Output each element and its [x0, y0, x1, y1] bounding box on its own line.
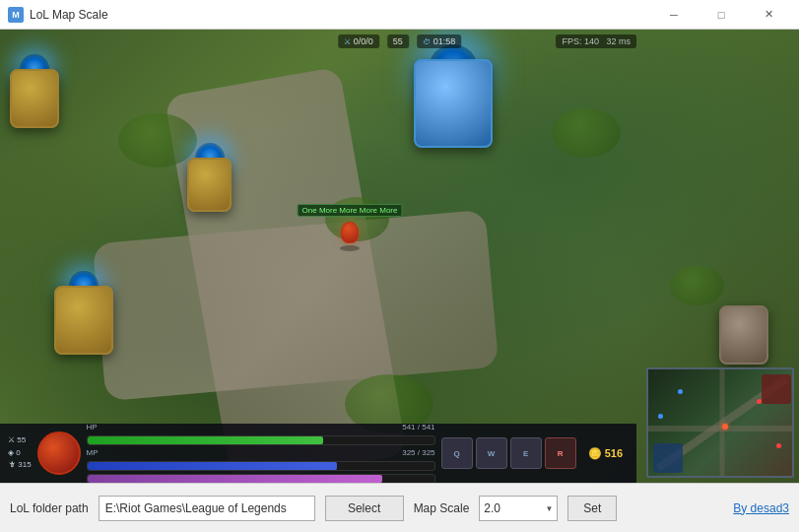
- mp-bar-fill: [88, 462, 337, 470]
- tower-4-crystal: [414, 59, 493, 148]
- credit-link[interactable]: By desad3: [733, 501, 789, 515]
- mp-label: MP: [87, 448, 99, 457]
- xp-bar: [87, 474, 435, 483]
- skill-r[interactable]: R: [545, 437, 576, 469]
- cs-stat: ⚔ 55: [8, 434, 32, 447]
- tower-2: [10, 69, 59, 128]
- hp-label: HP: [87, 423, 98, 432]
- scale-select[interactable]: 1.0 1.5 2.0 2.5 3.0: [479, 496, 558, 521]
- hp-bar: [87, 435, 435, 445]
- title-bar: M LoL Map Scale ─ □ ✕: [0, 0, 799, 30]
- skill-q[interactable]: Q: [441, 437, 473, 469]
- window-title: LoL Map Scale: [30, 8, 108, 22]
- hp-bar-fill: [88, 436, 323, 444]
- sword-icon: ⚔: [344, 37, 351, 46]
- kills-stat: 🗡 315: [8, 459, 32, 472]
- skill-e[interactable]: E: [510, 437, 542, 469]
- app-icon: M: [8, 7, 24, 23]
- character-shadow: [340, 245, 360, 251]
- minimap[interactable]: [646, 367, 794, 478]
- fps-value: FPS: 140: [562, 36, 599, 46]
- tower-4-base: [414, 59, 493, 148]
- hud-stats-text: ⚔ 55 ◈ 0 🗡 315: [8, 434, 32, 472]
- xp-bar-fill: [88, 475, 382, 483]
- hud-top: ⚔ 0/0/0 55 ⏱ 01:58: [338, 34, 462, 48]
- score-value: 0/0/0: [354, 36, 373, 46]
- mp-bar: [87, 461, 435, 471]
- cs-value: 55: [393, 36, 403, 46]
- close-button[interactable]: ✕: [746, 0, 791, 30]
- hud-stat-score: ⚔ 0/0/0: [338, 34, 379, 48]
- set-button[interactable]: Set: [567, 496, 617, 521]
- minimap-blue-1: [678, 389, 683, 394]
- minimap-player: [722, 424, 728, 430]
- minimize-button[interactable]: ─: [651, 0, 697, 30]
- minimap-paths-svg: [648, 369, 792, 476]
- character-body: [341, 222, 359, 243]
- player-character: One More More More More: [335, 222, 365, 261]
- map-scale-label: Map Scale: [414, 501, 470, 515]
- ms-value: 32 ms: [606, 36, 631, 46]
- mp-bar-label: MP 325 / 325: [87, 448, 435, 457]
- hud-gold: 🪙 516: [582, 447, 629, 460]
- game-view: One More More More More ⚔ 0/0/0 55 ⏱ 01:…: [0, 30, 799, 483]
- hud-stat-cs: 55: [387, 34, 409, 48]
- hp-value: 541 / 541: [402, 423, 434, 432]
- folder-path-input[interactable]: [99, 496, 315, 521]
- mp-value: 325 / 325: [402, 448, 434, 457]
- gp10-stat: ◈ 0: [8, 447, 32, 460]
- tower-1: [54, 286, 113, 355]
- bush-4: [552, 108, 621, 158]
- tower-5-base: [719, 305, 768, 365]
- svg-rect-3: [653, 443, 683, 473]
- hud-skills: Q W E R: [441, 437, 576, 469]
- tower-3-base: [187, 158, 232, 212]
- tower-2-base: [10, 69, 59, 128]
- folder-path-label: LoL folder path: [10, 501, 89, 515]
- scale-select-wrapper: 1.0 1.5 2.0 2.5 3.0: [479, 496, 558, 521]
- hud-bars: HP 541 / 541 MP 325 / 325: [87, 423, 435, 483]
- title-bar-left: M LoL Map Scale: [8, 7, 108, 23]
- tower-3: [187, 158, 232, 212]
- timer-value: 01:58: [433, 36, 456, 46]
- title-bar-controls: ─ □ ✕: [651, 0, 791, 30]
- skill-w[interactable]: W: [476, 437, 507, 469]
- bush-1: [118, 113, 197, 167]
- tower-1-base: [54, 286, 113, 355]
- hud-fps: FPS: 140 32 ms: [556, 34, 636, 48]
- bush-5: [670, 266, 724, 305]
- minimap-red-2: [776, 443, 781, 448]
- svg-rect-4: [762, 374, 791, 404]
- character-label: One More More More More: [298, 204, 403, 217]
- minimap-red-1: [757, 399, 762, 404]
- game-bottom-hud: ⚔ 55 ◈ 0 🗡 315 HP 541 / 541 MP 325 / 325: [0, 424, 636, 483]
- player-avatar: [37, 432, 81, 475]
- select-button[interactable]: Select: [325, 496, 404, 521]
- tower-5: [719, 305, 768, 365]
- hp-bar-label: HP 541 / 541: [87, 423, 435, 432]
- hud-stat-timer: ⏱ 01:58: [417, 34, 462, 48]
- bottom-panel: LoL folder path Select Map Scale 1.0 1.5…: [0, 483, 799, 532]
- minimap-blue-2: [658, 414, 663, 419]
- gold-value: 516: [605, 447, 623, 459]
- clock-icon: ⏱: [423, 37, 431, 46]
- maximize-button[interactable]: □: [699, 0, 744, 30]
